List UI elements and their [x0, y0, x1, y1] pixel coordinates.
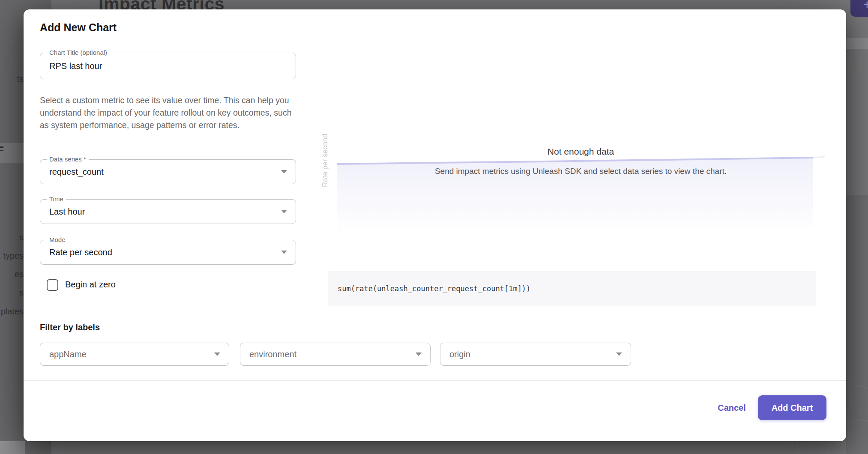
filter-origin-select[interactable]: origin: [440, 343, 631, 366]
sidebar-item-fragment: s: [19, 288, 24, 298]
add-chart-button[interactable]: Add Chart: [758, 395, 826, 420]
begin-at-zero-label: Begin at zero: [65, 280, 116, 290]
filter-appname-select[interactable]: appName: [40, 343, 229, 366]
arrow-dropdown-icon: [416, 352, 422, 356]
background-band: [846, 38, 868, 49]
chart-y-axis-label: Rate per second: [321, 131, 329, 187]
sidebar-item-fragment: plates: [1, 307, 24, 317]
sidebar-item-fragment: types: [3, 251, 24, 261]
arrow-dropdown-icon: [214, 352, 220, 356]
sidebar-item-fragment: ts: [17, 74, 24, 84]
mode-value: Rate per second: [49, 248, 112, 257]
filter-appname-value: appName: [49, 349, 87, 359]
dialog-title: Add New Chart: [40, 21, 117, 34]
begin-at-zero-checkbox[interactable]: [47, 279, 58, 291]
chart-title-input[interactable]: Chart Title (optional) RPS last hour: [40, 53, 296, 79]
sidebar-item-fragment-mark: [0, 150, 3, 151]
time-value: Last hour: [49, 207, 85, 217]
sidebar-item-fragment: es: [15, 269, 24, 279]
chart-empty-state-message: Send impact metrics using Unleash SDK an…: [337, 167, 825, 176]
data-series-select[interactable]: Data series * request_count: [40, 159, 296, 184]
arrow-dropdown-icon: [281, 251, 287, 254]
dialog-description: Select a custom metric to see its value …: [40, 94, 294, 131]
mode-label: Mode: [47, 236, 68, 243]
cancel-button[interactable]: Cancel: [712, 401, 751, 414]
footer-divider: [24, 380, 846, 381]
sidebar-item-fragment-mark: [0, 146, 3, 148]
chart-placeholder-line-fade: [813, 157, 825, 158]
chart-title-label: Chart Title (optional): [47, 49, 110, 56]
data-series-value: request_count: [49, 167, 104, 177]
chart-title-value: RPS last hour: [49, 61, 102, 71]
chart-canvas: [337, 60, 825, 256]
sidebar-item-fragment: s: [19, 233, 24, 242]
add-new-chart-dialog: Add New Chart Chart Title (optional) RPS…: [24, 9, 846, 441]
chart-preview: Not enough data Send impact metrics usin…: [337, 60, 825, 256]
background-sidebar-corner: [0, 441, 25, 454]
mode-select[interactable]: Mode Rate per second: [40, 240, 296, 265]
time-label: Time: [47, 195, 66, 203]
filter-environment-value: environment: [249, 349, 296, 359]
arrow-dropdown-icon: [281, 170, 287, 173]
arrow-dropdown-icon: [616, 352, 622, 356]
promql-query: sum(rate(unleash_counter_request_count[1…: [338, 284, 530, 293]
background-add-button: +: [850, 0, 868, 17]
screen: Impact Metrics ts s types es s plates + …: [0, 0, 868, 454]
data-series-label: Data series *: [47, 155, 89, 163]
filter-by-labels-heading: Filter by labels: [40, 323, 100, 332]
filter-origin-value: origin: [449, 349, 470, 359]
sidebar-active-item: [0, 143, 24, 163]
time-select[interactable]: Time Last hour: [40, 199, 296, 224]
arrow-dropdown-icon: [281, 210, 287, 213]
plus-icon: +: [863, 0, 868, 12]
query-code-block: sum(rate(unleash_counter_request_count[1…: [328, 271, 816, 306]
filter-environment-select[interactable]: environment: [240, 343, 431, 366]
chart-empty-state-title: Not enough data: [337, 146, 825, 157]
